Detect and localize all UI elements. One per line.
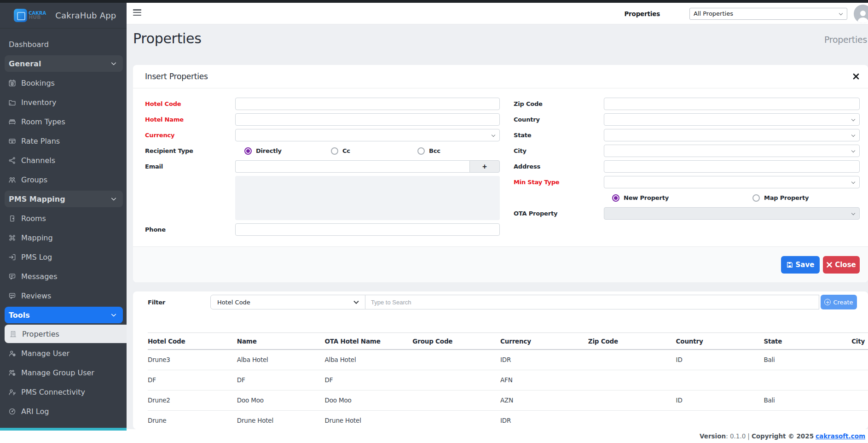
table-cell: [851, 410, 868, 429]
radio-map-property[interactable]: Map Property: [748, 194, 835, 202]
sidebar-item-manage-group-user[interactable]: Manage Group User: [0, 363, 127, 382]
sidebar-item-label: Channels: [21, 156, 55, 165]
radio-selected-icon: [244, 147, 252, 155]
insert-properties-form: Hotel Code Hotel Name Currency Recipient…: [133, 88, 868, 239]
table-row[interactable]: Drune3Alba HotelAlba HotelIDRIDBali: [148, 350, 868, 370]
save-button[interactable]: Save: [781, 256, 820, 274]
table-cell: Drune Hotel: [325, 410, 413, 429]
ota-property-label: OTA Property: [514, 210, 604, 217]
user-avatar[interactable]: [854, 5, 868, 23]
card-header: Insert Properties: [133, 65, 868, 88]
log-icon: [8, 253, 16, 261]
user-plug-icon: [8, 388, 16, 396]
sidebar-item-inventory[interactable]: Inventory: [0, 93, 127, 112]
sidebar-item-groups[interactable]: Groups: [0, 170, 127, 189]
table-cell: Alba Hotel: [237, 350, 325, 370]
sidebar-item-pms-connectivity[interactable]: PMS Connectivity: [0, 382, 127, 402]
email-input[interactable]: [235, 160, 469, 173]
footer-link[interactable]: cakrasoft.com: [816, 432, 865, 440]
table-row[interactable]: DruneDrune HotelDrune HotelIDR: [148, 410, 868, 429]
table-cell: [851, 350, 868, 370]
chevron-down-icon: [851, 117, 855, 121]
recipient-type-label: Recipient Type: [145, 147, 235, 154]
sidebar-item-dashboard[interactable]: Dashboard: [0, 35, 127, 54]
zip-code-input[interactable]: [604, 98, 860, 110]
radio-cc-label: Cc: [342, 147, 350, 154]
search-input[interactable]: [365, 295, 819, 309]
sidebar-item-ari-log[interactable]: ARI Log: [0, 402, 127, 421]
column-header-ota-hotel-name: OTA Hotel Name: [325, 333, 413, 350]
radio-cc[interactable]: Cc: [327, 147, 413, 155]
sidebar-item-pms-mapping[interactable]: PMS Mapping: [5, 191, 123, 207]
chevron-down-icon: [111, 312, 116, 317]
city-select[interactable]: [604, 145, 860, 157]
sidebar-item-label: Bookings: [21, 79, 55, 87]
phone-input[interactable]: [235, 223, 500, 236]
radio-icon: [752, 194, 760, 202]
table-cell: [764, 370, 851, 390]
table-header-row: Hotel CodeNameOTA Hotel NameGroup CodeCu…: [148, 333, 868, 350]
sidebar-item-partial[interactable]: [0, 421, 127, 428]
country-select[interactable]: [604, 113, 860, 126]
sidebar-item-label: Manage Group User: [21, 368, 94, 377]
radio-directly[interactable]: Directly: [240, 147, 327, 155]
close-icon[interactable]: [852, 73, 860, 80]
breadcrumb: Properties: [824, 35, 867, 45]
radio-new-property[interactable]: New Property: [608, 194, 748, 202]
table-row[interactable]: Drune2Doo MooDoo MooAZNIDBali: [148, 390, 868, 410]
min-stay-type-select[interactable]: [604, 176, 860, 188]
hotel-code-input[interactable]: [235, 98, 500, 110]
save-icon: [787, 262, 793, 268]
sidebar-item-general[interactable]: General: [5, 55, 123, 72]
footer-separator: |: [747, 432, 750, 440]
hotel-name-input[interactable]: [235, 113, 500, 126]
ota-property-select[interactable]: [604, 207, 860, 220]
door-icon: [8, 214, 16, 222]
sidebar-item-tools[interactable]: Tools: [5, 307, 123, 323]
currency-select[interactable]: [235, 129, 500, 141]
table-cell: Drune: [148, 410, 237, 429]
property-selector-dropdown[interactable]: All Properties: [689, 8, 847, 20]
state-select[interactable]: [604, 129, 860, 141]
logo-text: CAKRA HUB: [29, 11, 46, 20]
footer-version-value: : 0.1.0: [726, 432, 746, 440]
sidebar-item-rooms[interactable]: Rooms: [0, 209, 127, 228]
radio-icon: [331, 147, 338, 155]
sidebar-item-manage-user[interactable]: Manage User: [0, 344, 127, 363]
chevron-down-icon: [851, 133, 855, 136]
table-row[interactable]: DFDFDFAFN: [148, 370, 868, 390]
close-button[interactable]: Close: [823, 256, 860, 274]
sidebar-item-channels[interactable]: Channels: [0, 151, 127, 170]
create-button[interactable]: + Create: [821, 295, 857, 309]
address-input[interactable]: [604, 160, 860, 173]
sidebar-item-messages[interactable]: Messages: [0, 267, 127, 286]
sidebar-item-pms-log[interactable]: PMS Log: [0, 247, 127, 267]
radio-directly-label: Directly: [256, 147, 282, 154]
sidebar-item-reviews[interactable]: Reviews: [0, 286, 127, 305]
menu-toggle-button[interactable]: [133, 9, 141, 17]
card-footer: Save Close: [133, 246, 868, 282]
filter-field-value: Hotel Code: [217, 299, 250, 306]
brand[interactable]: CAKRA HUB CakraHub App: [0, 3, 127, 29]
sidebar-item-label: Messages: [21, 272, 57, 281]
sidebar-item-bookings[interactable]: Bookings: [0, 73, 127, 93]
filter-field-select[interactable]: Hotel Code: [210, 295, 365, 309]
close-button-label: Close: [835, 261, 856, 269]
add-email-button[interactable]: +: [469, 160, 500, 173]
sidebar-item-label: Reviews: [21, 291, 51, 300]
address-label: Address: [514, 163, 604, 170]
bed-icon: [8, 117, 16, 126]
chevron-down-icon: [353, 299, 359, 304]
sidebar-item-label: Mapping: [21, 233, 53, 242]
cakrahub-logo-icon: [14, 9, 27, 22]
sidebar-item-rate-plans[interactable]: Rate Plans: [0, 131, 127, 151]
chat-icon: [8, 272, 16, 280]
sidebar-item-room-types[interactable]: Room Types: [0, 112, 127, 131]
table-cell: [412, 410, 500, 429]
sidebar-item-mapping[interactable]: Mapping: [0, 228, 127, 247]
page-title: Properties: [133, 30, 202, 47]
radio-bcc[interactable]: Bcc: [413, 147, 500, 155]
sidebar-item-properties[interactable]: Properties: [5, 325, 127, 343]
sidebar-item-label: Manage User: [21, 349, 69, 358]
table-cell: AZN: [500, 390, 588, 410]
